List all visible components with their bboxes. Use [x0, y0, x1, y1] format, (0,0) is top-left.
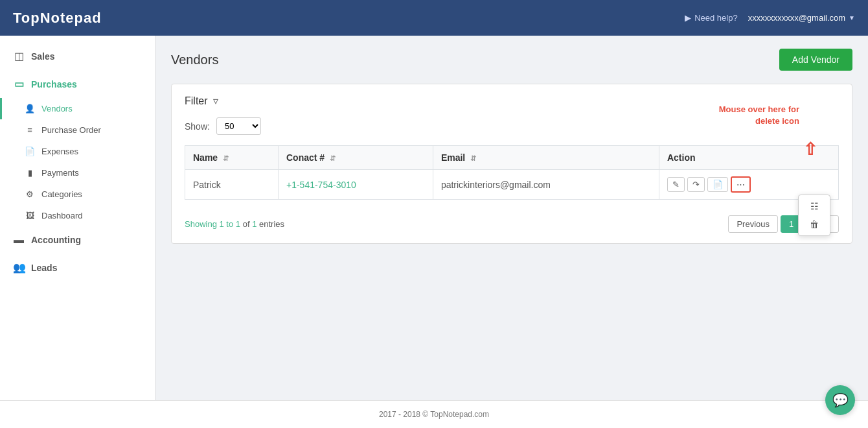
filter-icon: ▿: [213, 95, 218, 107]
page-title: Vendors: [171, 53, 218, 67]
chat-icon: 💬: [832, 392, 849, 408]
sidebar-sub-item-purchase-order[interactable]: ≡ Purchase Order: [0, 119, 155, 141]
table-container: Name ⇵ Conact # ⇵ Email ⇵ Action: [185, 145, 839, 200]
entries-label: entries: [259, 219, 284, 229]
leads-icon: 👥: [13, 261, 25, 274]
edit-button[interactable]: ✎: [667, 177, 685, 192]
list-icon: ≡: [25, 125, 35, 135]
delete-button[interactable]: 🗑: [801, 216, 827, 233]
sort-arrows-email: ⇵: [470, 154, 476, 162]
tooltip-arrow-icon: ⇧: [803, 139, 817, 160]
vendor-actions: ✎ ↷ 📄 ⋯ ☷ 🗑: [659, 170, 838, 200]
sidebar-item-purchases[interactable]: ▭ Purchases: [0, 70, 155, 98]
header: TopNotepad ▶ Need help? xxxxxxxxxxxx@gma…: [0, 0, 868, 36]
payments-icon: ▮: [25, 168, 35, 178]
vendor-contact: +1-541-754-3010: [278, 170, 433, 200]
expenses-icon: 📄: [25, 147, 35, 156]
sort-arrows-name: ⇵: [223, 154, 229, 162]
layers-icon: ◫: [13, 50, 25, 62]
page-header: Vendors Add Vendor: [171, 49, 852, 71]
col-name[interactable]: Name ⇵: [185, 146, 279, 170]
col-contact[interactable]: Conact # ⇵: [278, 146, 433, 170]
of-label: of: [243, 219, 252, 229]
range-start: 1: [219, 219, 223, 229]
sort-arrows-contact: ⇵: [330, 154, 336, 162]
range-end: 1: [236, 219, 240, 229]
filter-header: Filter ▿: [185, 95, 839, 107]
sidebar: ◫ Sales ▭ Purchases 👤 Vendors ≡ Purchase…: [0, 36, 155, 400]
table-footer: Showing 1 to 1 of 1 entries Previous 1 N…: [185, 208, 839, 233]
sidebar-sub-item-dashboard[interactable]: 🖼 Dashboard: [0, 205, 155, 226]
help-icon: ▶: [685, 13, 691, 23]
previous-button[interactable]: Previous: [728, 215, 778, 233]
table-view-button[interactable]: ☷: [801, 198, 827, 215]
help-link[interactable]: ▶ Need help?: [685, 13, 738, 23]
sidebar-item-accounting[interactable]: ▬ Accounting: [0, 226, 155, 254]
add-vendor-button[interactable]: Add Vendor: [779, 49, 852, 71]
to-label: to: [226, 219, 235, 229]
logo: TopNotepad: [13, 10, 102, 27]
vendor-email: patrickinteriors@gmail.com: [433, 170, 659, 200]
gear-icon: ⚙: [25, 189, 35, 199]
sidebar-item-sales[interactable]: ◫ Sales: [0, 42, 155, 70]
accounting-icon: ▬: [13, 234, 25, 246]
vendors-icon: 👤: [25, 104, 35, 113]
dashboard-icon: 🖼: [25, 211, 35, 220]
total-entries: 1: [252, 219, 257, 229]
more-actions-button[interactable]: ⋯: [731, 176, 751, 193]
sidebar-sub-item-payments[interactable]: ▮ Payments: [0, 162, 155, 184]
col-email[interactable]: Email ⇵: [433, 146, 659, 170]
sidebar-sub-item-expenses[interactable]: 📄 Expenses: [0, 141, 155, 162]
sidebar-sub-item-vendors[interactable]: 👤 Vendors: [0, 98, 155, 119]
action-dropdown: ☷ 🗑: [798, 195, 830, 236]
vendor-contact-link[interactable]: +1-541-754-3010: [286, 180, 356, 190]
pdf-button[interactable]: 📄: [707, 177, 728, 192]
col-action: Action Mouse over here for delete icon ⇧: [659, 146, 838, 170]
action-cell: ✎ ↷ 📄 ⋯ ☷ 🗑: [667, 176, 830, 193]
vendor-name: Patrick: [185, 170, 279, 200]
purchases-icon: ▭: [13, 78, 25, 90]
content-area: Vendors Add Vendor Filter ▿ Show: 50 25 …: [155, 36, 868, 400]
chevron-down-icon: ▼: [849, 14, 855, 21]
entries-info: Showing 1 to 1 of 1 entries: [185, 219, 284, 229]
footer: 2017 - 2018 © TopNotepad.com: [0, 400, 868, 428]
vendors-table: Name ⇵ Conact # ⇵ Email ⇵ Action: [185, 145, 839, 200]
showing-label: Showing: [185, 219, 219, 229]
show-select[interactable]: 50 25 10: [216, 117, 261, 135]
sidebar-sub-item-categories[interactable]: ⚙ Categories: [0, 184, 155, 205]
table-row: Patrick +1-541-754-3010 patrickinteriors…: [185, 170, 839, 200]
chat-widget[interactable]: 💬: [825, 385, 855, 415]
header-right: ▶ Need help? xxxxxxxxxxxx@gmail.com ▼: [685, 13, 855, 23]
share-button[interactable]: ↷: [687, 177, 705, 192]
filter-panel: Filter ▿ Show: 50 25 10 Name ⇵: [171, 84, 852, 244]
sidebar-item-leads[interactable]: 👥 Leads: [0, 254, 155, 281]
show-control: Show: 50 25 10: [185, 117, 839, 135]
main-layout: ◫ Sales ▭ Purchases 👤 Vendors ≡ Purchase…: [0, 36, 868, 400]
user-menu[interactable]: xxxxxxxxxxxx@gmail.com ▼: [748, 13, 855, 23]
